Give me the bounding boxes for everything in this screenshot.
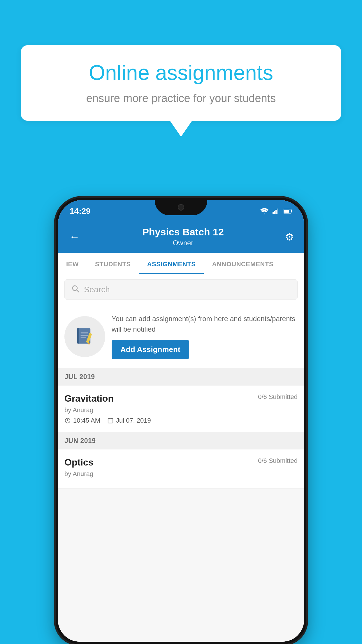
search-container: Search	[58, 274, 304, 305]
assignment-submitted-optics: 0/6 Submitted	[258, 457, 298, 465]
wifi-icon	[260, 208, 268, 214]
assignment-by-optics: by Anurag	[64, 470, 298, 478]
speech-bubble: Online assignments ensure more practice …	[21, 45, 341, 121]
gear-icon[interactable]: ⚙	[285, 231, 294, 243]
assignment-submitted: 0/6 Submitted	[258, 393, 298, 401]
svg-line-8	[77, 290, 78, 292]
speech-bubble-arrow	[170, 121, 192, 137]
svg-rect-12	[81, 335, 88, 336]
assignment-row-top: Gravitation 0/6 Submitted	[64, 393, 298, 404]
svg-rect-1	[274, 211, 275, 214]
tab-iew[interactable]: IEW	[58, 253, 87, 274]
svg-rect-17	[108, 419, 113, 423]
calendar-icon	[107, 417, 114, 424]
signal-icon	[273, 208, 280, 214]
assignment-item-gravitation[interactable]: Gravitation 0/6 Submitted by Anurag 10:4…	[58, 386, 304, 432]
promo-card: You can add assignment(s) from here and …	[58, 305, 304, 368]
search-icon	[71, 284, 79, 295]
svg-rect-2	[275, 210, 277, 214]
tab-announcements[interactable]: ANNOUNCEMENTS	[204, 253, 282, 274]
speech-bubble-title: Online assignments	[38, 61, 324, 84]
speech-bubble-container: Online assignments ensure more practice …	[21, 45, 341, 137]
tab-assignments[interactable]: ASSIGNMENTS	[139, 253, 204, 274]
clock-icon	[64, 417, 71, 424]
notch	[155, 200, 207, 215]
assignment-row-top-optics: Optics 0/6 Submitted	[64, 457, 298, 468]
status-icons	[260, 208, 292, 214]
assignment-item-optics[interactable]: Optics 0/6 Submitted by Anurag	[58, 449, 304, 489]
promo-icon-circle	[64, 316, 105, 357]
meta-date: Jul 07, 2019	[107, 417, 151, 424]
notch-camera	[178, 204, 184, 211]
tab-students[interactable]: STUDENTS	[87, 253, 139, 274]
notebook-icon	[74, 326, 95, 347]
phone-frame: 14:29	[56, 198, 306, 644]
assignment-meta: 10:45 AM Jul 07, 2019	[64, 417, 298, 424]
svg-rect-10	[77, 328, 79, 344]
section-header-jun: JUN 2019	[58, 432, 304, 449]
assignment-name: Gravitation	[64, 393, 114, 404]
tabs-row: IEW STUDENTS ASSIGNMENTS ANNOUNCEMENTS	[58, 253, 304, 274]
svg-rect-0	[273, 212, 274, 214]
assignment-by: by Anurag	[64, 406, 298, 414]
svg-rect-5	[291, 210, 292, 212]
speech-bubble-subtitle: ensure more practice for your students	[38, 91, 324, 106]
meta-time: 10:45 AM	[64, 417, 100, 424]
battery-icon	[284, 209, 292, 214]
header-title: Physics Batch 12	[81, 226, 285, 238]
assignment-name-optics: Optics	[64, 457, 94, 468]
promo-description: You can add assignment(s) from here and …	[112, 314, 298, 335]
phone-screen: 14:29	[58, 200, 304, 642]
add-assignment-button[interactable]: Add Assignment	[112, 340, 189, 359]
status-time: 14:29	[70, 206, 91, 216]
promo-text-block: You can add assignment(s) from here and …	[112, 314, 298, 359]
content-area: Search	[58, 274, 304, 642]
header-title-block: Physics Batch 12 Owner	[81, 226, 285, 247]
back-button[interactable]: ←	[68, 230, 81, 244]
svg-rect-11	[81, 332, 88, 333]
search-bar[interactable]: Search	[64, 279, 298, 300]
svg-rect-3	[277, 209, 278, 214]
header-subtitle: Owner	[81, 239, 285, 247]
search-input-placeholder: Search	[84, 285, 110, 294]
svg-rect-13	[81, 337, 86, 338]
section-header-jul: JUL 2019	[58, 368, 304, 386]
status-bar: 14:29	[58, 200, 304, 220]
svg-rect-6	[284, 210, 289, 213]
app-header: ← Physics Batch 12 Owner ⚙	[58, 220, 304, 253]
